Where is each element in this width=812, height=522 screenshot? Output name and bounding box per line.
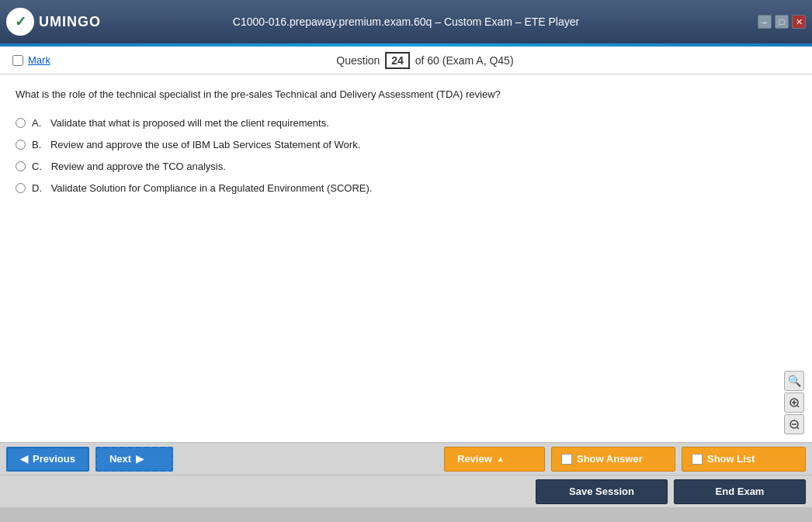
radio-b[interactable] bbox=[16, 140, 26, 150]
mark-checkbox[interactable] bbox=[12, 55, 23, 66]
next-label: Next bbox=[109, 453, 131, 465]
option-d-text: Validate Solution for Compliance in a Re… bbox=[51, 181, 373, 195]
question-text: What is the role of the technical specia… bbox=[16, 87, 796, 102]
close-button[interactable]: ✕ bbox=[792, 15, 806, 29]
end-exam-label: End Exam bbox=[716, 486, 765, 497]
next-arrow-icon: ▶ bbox=[136, 453, 144, 465]
end-exam-button[interactable]: End Exam bbox=[674, 479, 806, 504]
option-b[interactable]: B. Review and approve the use of IBM Lab… bbox=[16, 138, 796, 152]
svg-line-6 bbox=[797, 427, 799, 429]
radio-a[interactable] bbox=[16, 118, 26, 128]
show-answer-label: Show Answer bbox=[577, 453, 643, 465]
option-c-text: Review and approve the TCO analysis. bbox=[51, 160, 226, 174]
question-info: Question 24 of 60 (Exam A, Q45) bbox=[50, 52, 800, 69]
option-d[interactable]: D. Validate Solution for Compliance in a… bbox=[16, 181, 796, 195]
question-number: 24 bbox=[385, 52, 410, 69]
window-title: C1000-016.prepaway.premium.exam.60q – Cu… bbox=[233, 16, 579, 28]
option-a-label: A. bbox=[32, 116, 44, 130]
show-answer-button[interactable]: Show Answer bbox=[551, 447, 675, 472]
review-button[interactable]: Review ▲ bbox=[444, 447, 545, 472]
logo: ✓ UMINGO bbox=[6, 8, 101, 36]
zoom-controls: 🔍 bbox=[784, 371, 804, 434]
logo-check-icon: ✓ bbox=[15, 13, 26, 30]
question-bar: Mark Question 24 of 60 (Exam A, Q45) bbox=[0, 47, 812, 74]
show-list-label: Show List bbox=[707, 453, 755, 465]
svg-line-3 bbox=[797, 406, 799, 407]
show-list-button[interactable]: Show List bbox=[682, 447, 806, 472]
title-bar: ✓ UMINGO C1000-016.prepaway.premium.exam… bbox=[0, 0, 812, 43]
previous-label: Previous bbox=[33, 453, 75, 465]
zoom-out-button[interactable] bbox=[784, 414, 804, 434]
option-a-text: Validate that what is proposed will met … bbox=[50, 116, 329, 130]
option-d-label: D. bbox=[32, 181, 45, 195]
save-session-button[interactable]: Save Session bbox=[536, 479, 668, 504]
mark-link[interactable]: Mark bbox=[28, 54, 50, 66]
question-label: Question bbox=[336, 54, 380, 67]
review-arrow-icon: ▲ bbox=[497, 455, 505, 463]
show-answer-checkbox bbox=[561, 454, 572, 465]
option-b-text: Review and approve the use of IBM Lab Se… bbox=[50, 138, 360, 152]
review-label: Review bbox=[457, 453, 492, 465]
minimize-button[interactable]: – bbox=[758, 15, 772, 29]
option-c[interactable]: C. Review and approve the TCO analysis. bbox=[16, 160, 796, 174]
radio-c[interactable] bbox=[16, 161, 26, 171]
bottom-bar-2: Save Session End Exam bbox=[0, 475, 812, 507]
logo-circle: ✓ bbox=[6, 8, 34, 36]
maximize-button[interactable]: □ bbox=[775, 15, 789, 29]
question-total: of 60 (Exam A, Q45) bbox=[415, 54, 514, 67]
option-a[interactable]: A. Validate that what is proposed will m… bbox=[16, 116, 796, 130]
main-content: What is the role of the technical specia… bbox=[0, 74, 812, 442]
zoom-in-button[interactable] bbox=[784, 392, 804, 413]
radio-d[interactable] bbox=[16, 183, 26, 193]
option-c-label: C. bbox=[32, 160, 45, 174]
previous-button[interactable]: ◀ Previous bbox=[6, 447, 89, 472]
logo-text: UMINGO bbox=[39, 14, 101, 30]
save-session-label: Save Session bbox=[569, 486, 634, 497]
show-list-checkbox bbox=[692, 454, 703, 465]
window-controls: – □ ✕ bbox=[758, 15, 806, 29]
mark-section[interactable]: Mark bbox=[12, 54, 50, 66]
next-button[interactable]: Next ▶ bbox=[95, 447, 173, 472]
search-icon[interactable]: 🔍 bbox=[784, 371, 804, 391]
bottom-nav-bar: ◀ Previous Next ▶ Review ▲ Show Answer S… bbox=[0, 442, 812, 475]
option-b-label: B. bbox=[32, 138, 44, 152]
prev-arrow-icon: ◀ bbox=[20, 453, 28, 465]
